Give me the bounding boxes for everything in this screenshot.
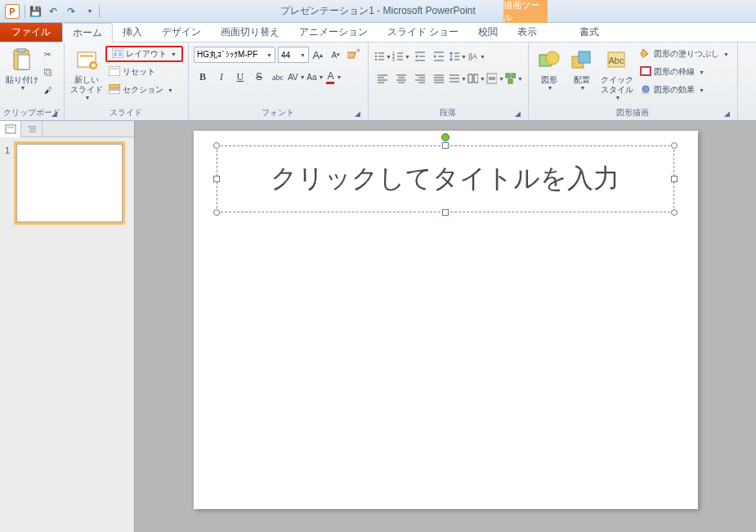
animations-tab[interactable]: アニメーション [289, 22, 378, 42]
font-name-selector[interactable]: HG丸ｺﾞｼｯｸM-PF▼ [194, 47, 275, 63]
shape-outline-label: 図形の枠線 [654, 66, 695, 78]
layout-label: レイアウト [126, 48, 167, 60]
home-tab[interactable]: ホーム [62, 23, 113, 42]
resize-handle-bm[interactable] [442, 209, 449, 216]
app-icon[interactable]: P [5, 4, 20, 19]
section-button[interactable]: セクション▼ [105, 82, 183, 98]
file-tab[interactable]: ファイル [0, 22, 62, 42]
insert-tab[interactable]: 挿入 [113, 22, 152, 42]
format-tab[interactable]: 書式 [570, 22, 609, 42]
line-spacing-button[interactable]: ▼ [449, 47, 467, 65]
text-direction-button[interactable]: ||A▼ [467, 47, 485, 65]
increase-indent-button[interactable] [430, 47, 448, 65]
shape-effects-button[interactable]: 図形の効果▼ [637, 82, 732, 98]
new-slide-button[interactable]: ✱ 新しい スライド ▼ [69, 46, 104, 103]
outline-view-tab[interactable] [21, 121, 42, 137]
resize-handle-tr[interactable] [671, 142, 678, 149]
resize-handle-tl[interactable] [213, 142, 220, 149]
slide-canvas[interactable]: クリックしてタイトルを入力 [194, 131, 698, 509]
shadow-button[interactable]: abc [269, 68, 287, 86]
smartart-button[interactable]: ▼ [505, 69, 523, 87]
bold-button[interactable]: B [194, 68, 212, 86]
numbering-button[interactable]: 123▼ [392, 47, 410, 65]
copy-button[interactable]: ⿻ [41, 64, 56, 80]
font-size-value: 44 [281, 51, 290, 60]
workspace: 1 クリックしてタイトルを入力 [0, 121, 756, 532]
title-placeholder-box[interactable]: クリックしてタイトルを入力 [217, 145, 674, 212]
resize-handle-mr[interactable] [671, 176, 678, 182]
strike-button[interactable]: S [250, 68, 268, 86]
brush-icon: 🖌 [44, 86, 52, 95]
transitions-tab[interactable]: 画面切り替え [211, 22, 289, 42]
paste-icon [9, 47, 35, 74]
columns-button[interactable]: ▼ [467, 69, 485, 87]
font-dialog-launcher[interactable]: ◢ [353, 109, 363, 118]
reset-button[interactable]: リセット [105, 64, 183, 80]
outline-icon [640, 66, 651, 78]
drawing-dialog-launcher[interactable]: ◢ [722, 109, 732, 118]
shape-fill-button[interactable]: 図形の塗りつぶし▼ [637, 46, 732, 62]
font-color-button[interactable]: A▼ [325, 68, 343, 86]
reset-label: リセット [123, 66, 155, 78]
align-right-button[interactable] [411, 69, 429, 87]
design-tab[interactable]: デザイン [152, 22, 211, 42]
underline-button[interactable]: U [231, 68, 249, 86]
svg-rect-11 [109, 66, 120, 76]
resize-handle-br[interactable] [671, 209, 678, 216]
bullets-button[interactable]: ▼ [374, 47, 391, 65]
align-left-button[interactable] [374, 69, 391, 87]
paragraph-dialog-launcher[interactable]: ◢ [513, 109, 523, 118]
slide-thumbnail-1[interactable]: 1 [5, 144, 129, 222]
svg-text:3: 3 [392, 57, 395, 62]
char-spacing-button[interactable]: AV▼ [288, 68, 306, 86]
reset-icon [109, 66, 120, 78]
grow-font-button[interactable]: A▴ [309, 46, 327, 64]
cut-button[interactable]: ✂ [41, 46, 56, 62]
resize-handle-tm[interactable] [442, 142, 449, 149]
font-group: HG丸ｺﾞｼｯｸM-PF▼ 44▼ A▴ A▾ B I U S abc AV▼ … [189, 42, 369, 120]
distribute-button[interactable]: ▼ [449, 69, 467, 87]
slide-edit-area[interactable]: クリックしてタイトルを入力 [135, 121, 756, 532]
slideshow-tab[interactable]: スライド ショー [378, 22, 468, 42]
decrease-indent-button[interactable] [411, 47, 429, 65]
clipboard-dialog-launcher[interactable]: ◢ [49, 109, 59, 118]
arrange-icon [569, 47, 595, 74]
arrange-label: 配置 [574, 75, 590, 85]
quick-styles-button[interactable]: Abc クイック スタイル▼ [599, 46, 635, 103]
layout-button[interactable]: レイアウト▼ [105, 46, 183, 62]
redo-icon[interactable]: ↷ [63, 3, 79, 20]
align-center-button[interactable] [392, 69, 410, 87]
quick-access-toolbar: 💾 ↶ ↷ ▼ [27, 3, 97, 20]
thumbnail-list[interactable]: 1 [0, 137, 134, 532]
clear-format-button[interactable] [345, 46, 363, 64]
format-painter-button[interactable]: 🖌 [41, 82, 56, 98]
slides-view-tab[interactable] [0, 121, 21, 137]
undo-icon[interactable]: ↶ [45, 3, 61, 20]
effects-icon [640, 84, 651, 96]
resize-handle-bl[interactable] [213, 209, 220, 216]
title-bar: P 💾 ↶ ↷ ▼ プレゼンテーション1 - Microsoft PowerPo… [0, 0, 756, 23]
justify-button[interactable] [430, 69, 448, 87]
window-title: プレゼンテーション1 - Microsoft PowerPoint [280, 4, 476, 18]
view-tab[interactable]: 表示 [508, 22, 547, 42]
svg-rect-1 [17, 48, 25, 52]
align-text-button[interactable]: ▼ [486, 69, 504, 87]
shape-outline-button[interactable]: 図形の枠線▼ [637, 64, 732, 80]
italic-button[interactable]: I [212, 68, 230, 86]
resize-handle-ml[interactable] [213, 176, 220, 182]
slide-thumbnail-preview[interactable] [16, 144, 123, 222]
review-tab[interactable]: 校閲 [468, 22, 508, 42]
title-placeholder-text[interactable]: クリックしてタイトルを入力 [271, 161, 620, 197]
new-slide-label: 新しい スライド [70, 75, 103, 95]
change-case-button[interactable]: Aa▼ [306, 68, 324, 86]
thumbnail-panel: 1 [0, 121, 135, 532]
svg-rect-75 [579, 51, 590, 63]
qat-dropdown-icon[interactable]: ▼ [81, 3, 97, 20]
save-icon[interactable]: 💾 [27, 3, 43, 20]
slides-view-icon [5, 124, 16, 134]
arrange-button[interactable]: 配置▼ [566, 46, 597, 103]
font-size-selector[interactable]: 44▼ [278, 47, 309, 63]
shrink-font-button[interactable]: A▾ [327, 46, 345, 64]
paste-button[interactable]: 貼り付け ▼ [5, 46, 39, 103]
shapes-button[interactable]: 図形▼ [534, 46, 565, 103]
